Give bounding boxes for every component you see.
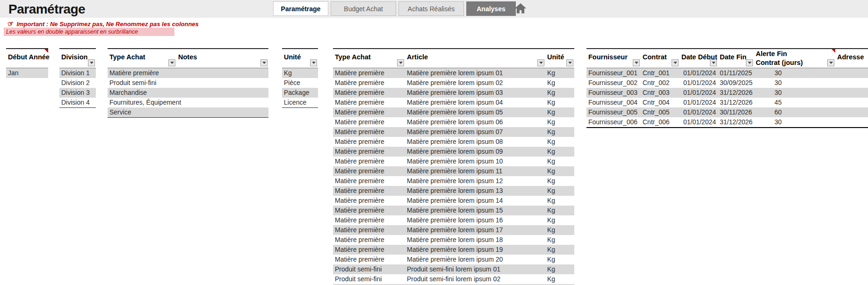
cell[interactable] <box>176 68 268 78</box>
cell[interactable]: Matière première lorem ipsum 08 <box>405 137 545 147</box>
cell[interactable]: 30/11/2026 <box>718 107 754 117</box>
cell[interactable]: 30/09/2025 <box>718 78 754 88</box>
cell[interactable]: 01/01/2024 <box>680 98 718 107</box>
cell[interactable]: Matière première <box>108 68 176 78</box>
cell[interactable]: 30 <box>754 117 835 127</box>
cell[interactable]: Fournisseur_003 <box>586 88 641 98</box>
cell[interactable]: Produit semi-fini lorem ipsum 01 <box>405 264 545 274</box>
cell[interactable]: Matière première lorem ipsum 06 <box>405 117 545 127</box>
filter-button-date-debut[interactable] <box>710 59 717 66</box>
cell[interactable]: Matière première <box>333 166 405 176</box>
filter-button-alerte-fin-contrat-jours[interactable] <box>827 59 834 66</box>
cell[interactable]: Kg <box>545 255 574 264</box>
cell[interactable]: Fournisseur_002 <box>586 78 641 88</box>
cell[interactable]: 30 <box>754 78 835 88</box>
cell[interactable]: Licence <box>282 98 318 107</box>
cell[interactable]: Matière première <box>333 225 405 235</box>
cell[interactable]: Matière première lorem ipsum 13 <box>405 186 545 196</box>
cell[interactable]: Produit semi-fini <box>333 274 405 284</box>
cell[interactable] <box>176 98 268 107</box>
cell[interactable]: Matière première lorem ipsum 03 <box>405 88 545 98</box>
cell[interactable]: Matière première lorem ipsum 01 <box>405 68 545 78</box>
cell[interactable]: Kg <box>545 186 574 196</box>
cell[interactable]: Fournisseur_006 <box>586 117 641 127</box>
cell[interactable]: 60 <box>754 107 835 117</box>
tab-analyses[interactable]: Analyses <box>466 1 516 16</box>
cell[interactable]: Cntr_002 <box>641 78 680 88</box>
filter-button-type-achat[interactable] <box>168 59 175 66</box>
cell[interactable]: Matière première lorem ipsum 10 <box>405 157 545 166</box>
cell[interactable]: Matière première lorem ipsum 17 <box>405 225 545 235</box>
cell[interactable]: Kg <box>545 166 574 176</box>
cell[interactable]: Matière première <box>333 107 405 117</box>
cell[interactable]: Cntr_001 <box>641 68 680 78</box>
cell[interactable] <box>176 107 268 117</box>
cell[interactable]: Matière première lorem ipsum 19 <box>405 245 545 255</box>
cell[interactable]: Produit semi-fini lorem ipsum 02 <box>405 274 545 284</box>
filter-button-date-fin[interactable] <box>746 59 753 66</box>
cell[interactable]: Kg <box>545 117 574 127</box>
cell[interactable]: Produit semi-fini <box>333 264 405 274</box>
tab-budget-achat[interactable]: Budget Achat <box>331 1 396 16</box>
cell[interactable]: Kg <box>545 147 574 157</box>
cell[interactable]: 30 <box>754 88 835 98</box>
cell[interactable]: 01/01/2024 <box>680 107 718 117</box>
filter-button-unite[interactable] <box>566 59 573 66</box>
cell[interactable]: 01/01/2024 <box>680 88 718 98</box>
cell[interactable]: Matière première <box>333 137 405 147</box>
filter-button-notes[interactable] <box>260 59 268 66</box>
cell[interactable]: 01/11/2025 <box>718 68 754 78</box>
cell[interactable] <box>835 88 868 98</box>
cell[interactable]: Matière première <box>333 206 405 215</box>
cell[interactable]: Kg <box>545 206 574 215</box>
cell[interactable]: Cntr_004 <box>641 98 680 107</box>
cell[interactable]: 01/01/2024 <box>680 78 718 88</box>
cell[interactable]: Division 3 <box>59 88 96 98</box>
filter-button-unite[interactable] <box>310 59 317 66</box>
cell[interactable] <box>176 88 268 98</box>
cell[interactable]: Matière première lorem ipsum 05 <box>405 107 545 117</box>
cell[interactable]: Fournisseur_005 <box>586 107 641 117</box>
cell[interactable]: Matière première lorem ipsum 09 <box>405 147 545 157</box>
cell[interactable]: Fournisseur_001 <box>586 68 641 78</box>
cell[interactable]: Matière première <box>333 157 405 166</box>
cell[interactable]: Kg <box>545 98 574 107</box>
cell[interactable]: Matière première <box>333 117 405 127</box>
cell[interactable]: Matière première lorem ipsum 02 <box>405 78 545 88</box>
cell[interactable]: Cntr_003 <box>641 88 680 98</box>
filter-button-type-achat[interactable] <box>397 59 404 66</box>
cell[interactable]: Kg <box>545 137 574 147</box>
cell[interactable]: Kg <box>545 235 574 245</box>
home-button[interactable] <box>514 2 528 16</box>
cell[interactable]: Matière première <box>333 78 405 88</box>
cell[interactable]: Kg <box>545 68 574 78</box>
cell[interactable]: Matière première lorem ipsum 07 <box>405 127 545 137</box>
cell[interactable]: Matière première <box>333 68 405 78</box>
cell[interactable]: Matière première <box>333 98 405 107</box>
cell[interactable]: Matière première lorem ipsum 12 <box>405 176 545 186</box>
cell[interactable]: Package <box>282 88 318 98</box>
cell[interactable]: Produit semi-fini <box>108 78 176 88</box>
cell[interactable]: Kg <box>545 157 574 166</box>
cell[interactable]: Matière première lorem ipsum 04 <box>405 98 545 107</box>
cell[interactable]: Matière première <box>333 255 405 264</box>
cell[interactable]: Division 2 <box>59 78 96 88</box>
cell[interactable] <box>176 78 268 88</box>
cell[interactable]: Pièce <box>282 78 318 88</box>
cell[interactable]: Kg <box>545 127 574 137</box>
cell[interactable]: 01/01/2024 <box>680 68 718 78</box>
cell[interactable]: 31/12/2026 <box>718 98 754 107</box>
cell[interactable]: Kg <box>545 215 574 225</box>
cell[interactable]: Matière première <box>333 147 405 157</box>
cell[interactable]: 31/12/2026 <box>718 88 754 98</box>
cell[interactable]: Matière première lorem ipsum 11 <box>405 166 545 176</box>
cell[interactable]: Kg <box>545 225 574 235</box>
cell[interactable]: Kg <box>545 78 574 88</box>
cell[interactable] <box>835 107 868 117</box>
cell[interactable] <box>835 68 868 78</box>
cell[interactable]: Jan <box>6 68 48 78</box>
cell[interactable]: Fournisseur_004 <box>586 98 641 107</box>
cell[interactable] <box>835 98 868 107</box>
cell[interactable]: Matière première <box>333 88 405 98</box>
cell[interactable]: Matière première <box>333 127 405 137</box>
